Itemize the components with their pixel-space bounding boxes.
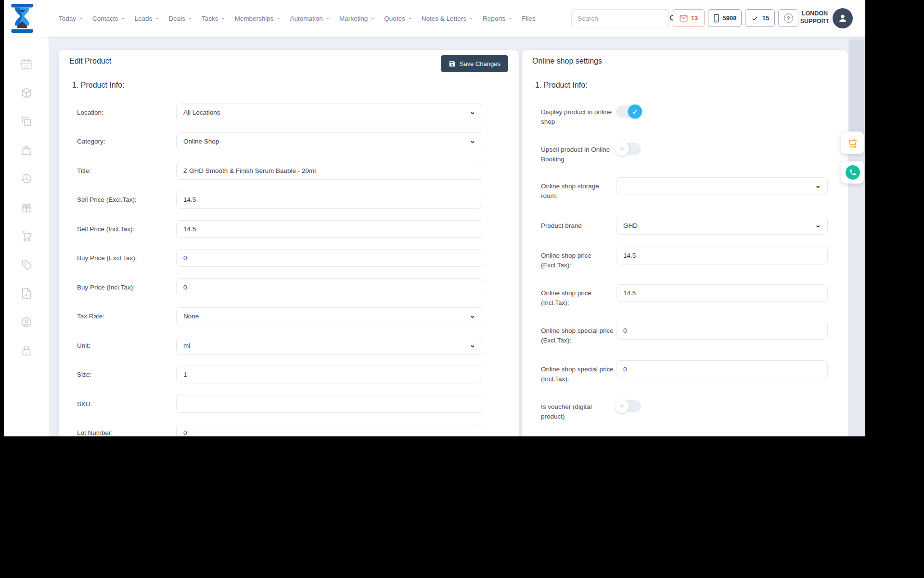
duplicate-icon[interactable] [20,115,33,128]
calendar-icon[interactable]: 12 [20,58,33,70]
cart-icon[interactable] [20,230,33,242]
app-logo-hourglass-icon[interactable] [10,4,35,33]
location-select[interactable]: All Locations⌄ [176,104,482,121]
display-product-toggle[interactable]: ✓ [616,105,641,118]
price-tag-icon[interactable]: $ [20,259,33,271]
chevron-down-icon: ⌄ [469,136,475,145]
nav-reports[interactable]: Reports⌄ [483,15,513,22]
envelope-icon [680,15,688,22]
save-changes-button[interactable]: Save Changes [441,55,508,72]
form-row-special-price-excl: Online shop special price (Excl.Tax): 0 [522,322,828,346]
search-box [571,9,669,27]
toggle-row-display-product: Display product in online shop ✓ [522,103,641,127]
nav-notes-letters[interactable]: Notes & Letters⌄ [422,15,474,22]
nav-leads[interactable]: Leads⌄ [134,15,159,22]
nav-tasks[interactable]: Tasks⌄ [202,15,226,22]
svg-text:$: $ [24,261,26,266]
messages-count: 13 [691,14,698,22]
smartphone-icon [713,14,719,23]
toggle-row-upsell-product: Upsell product in Online Booking ✕ [522,141,641,165]
search-input[interactable] [572,15,668,22]
nav-memberships[interactable]: Memberships⌄ [234,15,281,22]
form-row-tax-rate: Tax Rate:None⌄ [59,307,482,325]
tasks-badge[interactable]: 15 [745,9,775,27]
page-scrollbar[interactable] [848,37,865,436]
cart-icon [847,137,859,149]
form-row-location: Location:All Locations⌄ [59,104,482,121]
sell-price-incl-input[interactable]: 14.5 [176,220,482,238]
nav-marketing[interactable]: Marketing⌄ [339,15,375,22]
tax-rate-select[interactable]: None⌄ [176,307,482,325]
upsell-product-toggle[interactable]: ✕ [616,143,641,155]
nav-quotes[interactable]: Quotes⌄ [384,15,412,22]
edit-product-header: Edit Product Save Changes [59,50,519,72]
is-voucher-toggle[interactable]: ✕ [616,400,641,412]
special-price-excl-input[interactable]: 0 [616,322,828,340]
edit-product-panel: Edit Product Save Changes 1. Product Inf… [59,50,519,436]
nav-contacts[interactable]: Contacts⌄ [92,15,125,22]
buy-price-incl-input[interactable]: 0 [176,278,482,296]
user-circle-icon[interactable] [20,316,33,328]
form-row-sell-price-excl: Sell Price (Excl.Tax):14.5 [59,191,482,209]
calls-count: 5908 [723,14,737,22]
form-row-special-price-incl: Online shop special price (Incl.Tax): 0 [522,360,828,384]
shop-price-excl-input[interactable]: 14.5 [616,247,828,264]
history-icon[interactable] [20,172,33,185]
chevron-down-icon: ⌄ [469,341,475,349]
x-icon: ✕ [615,142,629,156]
form-row-title: Title:Z GHD Smooth & Finish Serum Bauble… [59,162,482,180]
online-shop-cart-button[interactable] [841,131,864,154]
category-select[interactable]: Online Shop⌄ [176,132,482,150]
section-title-product-info: 1. Product Info: [72,81,125,90]
size-input[interactable]: 1 [176,366,482,383]
panel-title: Online shop settings [532,57,602,66]
left-sidebar: 12 $ [4,37,49,436]
nav-deals[interactable]: Deals⌄ [168,15,192,22]
section-title-product-info: 1. Product Info: [535,81,588,90]
sell-price-excl-input[interactable]: 14.5 [176,191,482,209]
shop-price-incl-input[interactable]: 14.5 [616,284,828,302]
gift-icon[interactable] [20,201,33,214]
save-icon [449,60,456,67]
messages-badge[interactable]: 13 [673,9,705,27]
user-avatar[interactable] [833,8,853,28]
main-nav: Today⌄ Contacts⌄ Leads⌄ Deals⌄ Tasks⌄ Me… [59,0,536,37]
sku-input[interactable] [176,395,482,413]
title-input[interactable]: Z GHD Smooth & Finish Serum Bauble - 20m… [176,162,482,180]
report-icon[interactable] [20,287,33,300]
help-badge[interactable]: ? [778,9,798,27]
checkmark-icon [751,15,759,22]
chevron-down-icon: ⌄ [469,311,475,320]
shopping-bag-icon[interactable] [20,144,33,157]
lock-icon[interactable] [20,344,33,357]
question-icon: ? [784,13,793,23]
form-row-unit: Unit:ml⌄ [59,337,482,355]
chevron-down-icon: ⌄ [815,221,821,229]
nav-today[interactable]: Today⌄ [59,15,83,22]
storage-room-select[interactable]: ⌄ [616,177,828,195]
svg-text:12: 12 [24,64,29,68]
form-row-shop-price-incl: Online shop price (Incl.Tax): 14.5 [522,284,828,308]
whatsapp-contact-button[interactable] [841,161,864,184]
top-navigation-bar: Today⌄ Contacts⌄ Leads⌄ Deals⌄ Tasks⌄ Me… [4,0,865,37]
unit-select[interactable]: ml⌄ [176,337,482,355]
lot-number-input[interactable]: 0 [176,424,482,436]
nav-automation[interactable]: Automation⌄ [290,15,330,22]
page-title: Edit Product [69,57,111,66]
phone-icon [846,165,860,180]
nav-files[interactable]: Files [522,15,536,22]
form-row-shop-price-excl: Online shop price (Excl.Tax): 14.5 [522,247,828,271]
product-brand-select[interactable]: GHD⌄ [616,217,828,235]
app-window: Today⌄ Contacts⌄ Leads⌄ Deals⌄ Tasks⌄ Me… [4,0,865,436]
online-shop-settings-panel: Online shop settings 1. Product Info: Di… [522,50,848,436]
form-row-buy-price-incl: Buy Price (Incl.Tax):0 [59,278,482,296]
special-price-incl-input[interactable]: 0 [616,360,828,378]
calls-badge[interactable]: 5908 [708,9,742,27]
buy-price-excl-input[interactable]: 0 [176,249,482,267]
user-icon [837,13,848,24]
form-row-product-brand: Product brand GHD⌄ [522,217,828,235]
form-row-storage-room: Online shop storage room: ⌄ [522,177,828,201]
package-icon[interactable] [20,87,33,99]
user-name-label: LONDON SUPPORT [799,10,831,26]
chevron-down-icon: ⌄ [815,181,821,190]
